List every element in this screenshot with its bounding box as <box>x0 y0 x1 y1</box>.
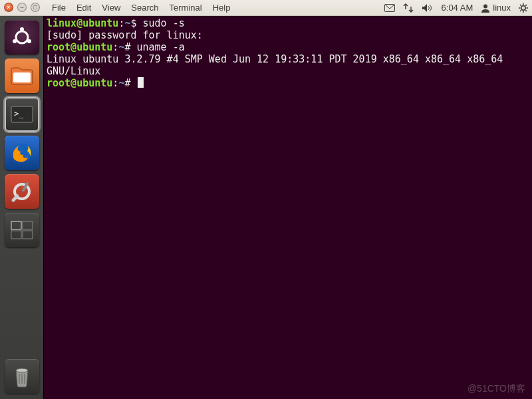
folder-icon <box>10 66 34 86</box>
mail-indicator[interactable] <box>380 4 399 12</box>
session-indicator[interactable]: linux <box>477 3 515 13</box>
launcher-trash[interactable] <box>5 359 39 394</box>
system-indicator[interactable] <box>515 3 532 13</box>
workspace-icon <box>11 221 33 239</box>
svg-rect-21 <box>11 221 21 229</box>
svg-rect-22 <box>23 221 33 229</box>
sound-indicator[interactable] <box>418 3 438 13</box>
ubuntu-logo-icon <box>11 26 33 49</box>
menu-search[interactable]: Search <box>126 3 164 13</box>
launcher-terminal[interactable]: >_ <box>5 97 39 132</box>
volume-icon <box>422 3 434 13</box>
svg-rect-24 <box>23 231 33 239</box>
menu-terminal[interactable]: Terminal <box>164 3 207 13</box>
svg-text:>_: >_ <box>14 109 24 118</box>
menu-view[interactable]: View <box>96 3 126 13</box>
svg-point-25 <box>16 368 28 372</box>
menu-help[interactable]: Help <box>207 3 236 13</box>
svg-point-11 <box>16 31 28 43</box>
terminal-line: root@ubuntu:~# <box>47 77 529 89</box>
clock-indicator[interactable]: 6:04 AM <box>438 3 477 13</box>
terminal-icon: >_ <box>11 106 33 123</box>
svg-line-10 <box>525 5 527 6</box>
terminal-line: [sudo] password for linux: <box>47 29 529 41</box>
terminal-cursor <box>138 77 144 88</box>
launcher-firefox[interactable] <box>5 136 39 170</box>
mail-icon <box>384 4 395 12</box>
terminal-line: linux@ubuntu:~$ sudo -s <box>47 17 529 29</box>
window-close-button[interactable]: × <box>4 3 13 12</box>
menu-file[interactable]: File <box>47 3 71 13</box>
launcher-files[interactable] <box>5 59 39 93</box>
watermark: @51CTO博客 <box>467 383 525 395</box>
window-minimize-button[interactable]: – <box>17 3 27 12</box>
launcher-workspace[interactable] <box>5 213 39 247</box>
svg-point-2 <box>521 5 525 9</box>
svg-rect-23 <box>11 231 21 239</box>
terminal-line: Linux ubuntu 3.2.79 #4 SMP Wed Jun 12 19… <box>47 53 529 77</box>
launcher-dash[interactable] <box>5 20 39 55</box>
terminal-viewport[interactable]: linux@ubuntu:~$ sudo -s[sudo] password f… <box>44 16 532 399</box>
window-maximize-button[interactable]: □ <box>31 3 40 12</box>
user-icon <box>481 3 490 13</box>
window-controls: × – □ <box>4 3 40 12</box>
launcher-settings[interactable] <box>5 174 39 209</box>
menu-edit[interactable]: Edit <box>71 3 96 13</box>
gear-icon <box>519 3 528 13</box>
session-username: linux <box>493 3 511 13</box>
trash-icon <box>12 365 32 388</box>
svg-point-1 <box>483 4 487 8</box>
terminal-line: root@ubuntu:~# uname -a <box>47 41 529 53</box>
unity-launcher: >_ <box>0 16 44 399</box>
settings-icon <box>10 180 34 203</box>
svg-point-12 <box>20 27 24 31</box>
network-icon <box>403 3 414 13</box>
svg-rect-15 <box>13 72 31 82</box>
svg-line-9 <box>520 10 521 11</box>
svg-line-7 <box>520 5 521 6</box>
network-indicator[interactable] <box>399 3 418 13</box>
svg-point-13 <box>13 39 17 43</box>
svg-point-14 <box>27 39 31 43</box>
menubar: File Edit View Search Terminal Help 6:04… <box>0 0 532 16</box>
svg-line-8 <box>525 10 527 11</box>
firefox-icon <box>9 140 35 166</box>
